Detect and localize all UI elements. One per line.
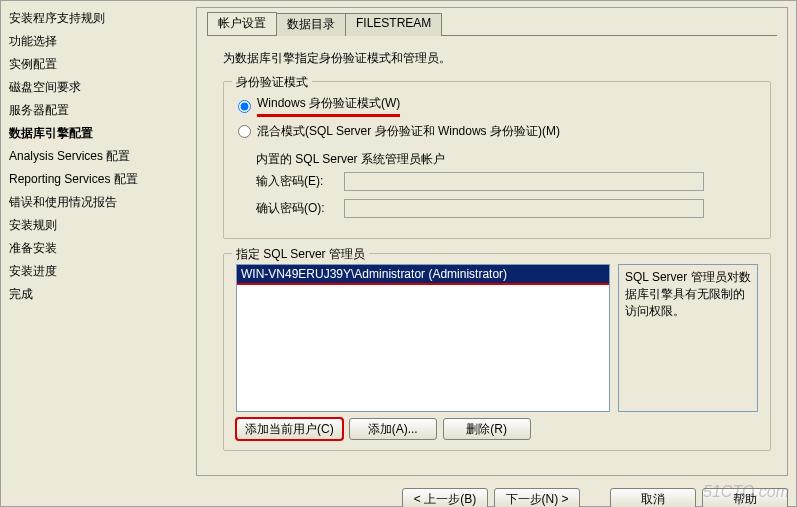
enter-password-label: 输入密码(E): <box>256 173 344 190</box>
next-button[interactable]: 下一步(N) > <box>494 488 580 507</box>
sidebar-item[interactable]: 功能选择 <box>9 30 196 53</box>
radio-windows-auth[interactable] <box>238 100 251 113</box>
sidebar-item[interactable]: 磁盘空间要求 <box>9 76 196 99</box>
sidebar-item[interactable]: 安装程序支持规则 <box>9 7 196 30</box>
add-user-button[interactable]: 添加(A)... <box>349 418 437 440</box>
sidebar-item[interactable]: Analysis Services 配置 <box>9 145 196 168</box>
sidebar-item[interactable]: 安装进度 <box>9 260 196 283</box>
add-current-user-button[interactable]: 添加当前用户(C) <box>236 418 343 440</box>
radio-windows-auth-label: Windows 身份验证模式(W) <box>257 95 400 117</box>
confirm-password-field[interactable] <box>344 199 704 218</box>
sidebar-item[interactable]: 准备安装 <box>9 237 196 260</box>
builtin-admin-caption: 内置的 SQL Server 系统管理员帐户 <box>256 151 758 168</box>
radio-mixed-auth[interactable] <box>238 125 251 138</box>
sidebar-item[interactable]: 安装规则 <box>9 214 196 237</box>
admin-listbox[interactable]: WIN-VN49ERUJ39Y\Administrator (Administr… <box>236 264 610 412</box>
cancel-button[interactable]: 取消 <box>610 488 696 507</box>
wizard-footer: < 上一步(B) 下一步(N) > 取消 帮助 <box>196 478 796 507</box>
auth-mode-group-title: 身份验证模式 <box>232 74 312 91</box>
tab-account-settings[interactable]: 帐户设置 <box>207 12 277 35</box>
tab-data-dir[interactable]: 数据目录 <box>276 13 346 36</box>
help-button[interactable]: 帮助 <box>702 488 788 507</box>
sidebar-item[interactable]: 完成 <box>9 283 196 306</box>
sidebar-item[interactable]: Reporting Services 配置 <box>9 168 196 191</box>
admin-group-title: 指定 SQL Server 管理员 <box>232 246 369 263</box>
auth-mode-group: 身份验证模式 Windows 身份验证模式(W) 混合模式(SQL Server… <box>223 81 771 239</box>
hint-text: 为数据库引擎指定身份验证模式和管理员。 <box>223 50 771 67</box>
sidebar-item[interactable]: 实例配置 <box>9 53 196 76</box>
admin-desc-box: SQL Server 管理员对数据库引擎具有无限制的访问权限。 <box>618 264 758 412</box>
sidebar-item[interactable]: 服务器配置 <box>9 99 196 122</box>
enter-password-field[interactable] <box>344 172 704 191</box>
back-button[interactable]: < 上一步(B) <box>402 488 488 507</box>
tabs-row: 帐户设置 数据目录 FILESTREAM <box>197 8 787 35</box>
admin-group: 指定 SQL Server 管理员 WIN-VN49ERUJ39Y\Admini… <box>223 253 771 451</box>
remove-user-button[interactable]: 删除(R) <box>443 418 531 440</box>
sidebar-item[interactable]: 错误和使用情况报告 <box>9 191 196 214</box>
admin-list-item[interactable]: WIN-VN49ERUJ39Y\Administrator (Administr… <box>237 265 609 285</box>
config-panel: 帐户设置 数据目录 FILESTREAM 为数据库引擎指定身份验证模式和管理员。… <box>196 7 788 476</box>
confirm-password-label: 确认密码(O): <box>256 200 344 217</box>
wizard-steps-sidebar: 安装程序支持规则 功能选择 实例配置 磁盘空间要求 服务器配置 数据库引擎配置 … <box>1 1 196 506</box>
radio-mixed-auth-label: 混合模式(SQL Server 身份验证和 Windows 身份验证)(M) <box>257 123 560 140</box>
sidebar-item-selected[interactable]: 数据库引擎配置 <box>9 122 196 145</box>
tab-filestream[interactable]: FILESTREAM <box>345 13 442 36</box>
